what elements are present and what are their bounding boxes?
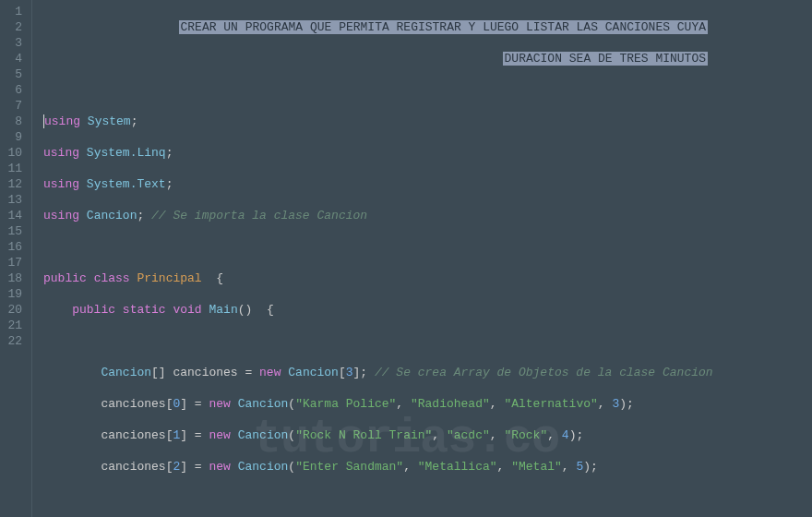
line-number: 2 <box>0 19 31 35</box>
line-number: 15 <box>0 223 31 239</box>
line-number: 10 <box>0 145 31 161</box>
line-number: 6 <box>0 82 31 98</box>
line-number: 14 <box>0 208 31 223</box>
code-editor[interactable]: 12345678910111213141516171819202122 CREA… <box>0 0 812 517</box>
line-number: 16 <box>0 239 31 255</box>
line-number: 12 <box>0 176 31 192</box>
line-number-gutter: 12345678910111213141516171819202122 <box>0 0 32 517</box>
line-number: 7 <box>0 98 31 114</box>
line-number: 18 <box>0 271 31 286</box>
line-number: 8 <box>0 114 31 129</box>
banner-line2: DURACION SEA DE TRES MINUTOS <box>503 52 708 66</box>
banner-line1: CREAR UN PROGRAMA QUE PERMITA REGISTRAR … <box>179 20 709 34</box>
line-number: 5 <box>0 66 31 82</box>
code-area[interactable]: CREAR UN PROGRAMA QUE PERMITA REGISTRAR … <box>32 0 812 517</box>
line-number: 17 <box>0 255 31 271</box>
line-number: 11 <box>0 161 31 176</box>
line-number: 20 <box>0 302 31 318</box>
line-number: 13 <box>0 192 31 208</box>
line-number: 21 <box>0 318 31 333</box>
line-number: 22 <box>0 333 31 349</box>
line-number: 19 <box>0 286 31 302</box>
line-number: 1 <box>0 4 31 19</box>
line-number: 4 <box>0 51 31 66</box>
line-number: 9 <box>0 129 31 145</box>
line-number: 3 <box>0 35 31 51</box>
